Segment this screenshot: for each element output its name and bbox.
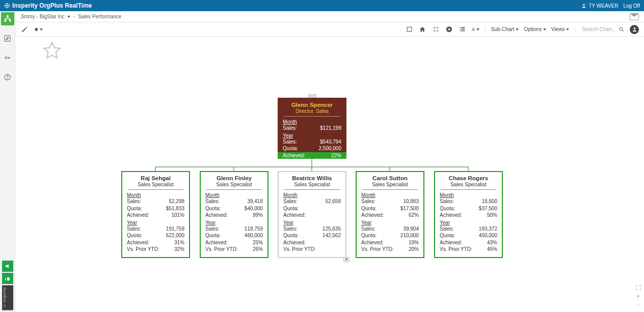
select-button[interactable] (405, 25, 413, 34)
rail-edit[interactable] (1, 32, 14, 45)
chart-canvas[interactable]: Glenn Spencer Director, Sales Month Sale… (15, 37, 644, 312)
mail-icon[interactable] (630, 13, 639, 20)
user-name: TY WEAVER (588, 3, 618, 9)
svg-rect-3 (4, 20, 6, 21)
breadcrumb-context[interactable]: Jimmy - BigStar Inc (20, 14, 70, 19)
val: 19% (409, 239, 419, 246)
val: 52,658 (325, 198, 341, 205)
lbl: Sales: (205, 198, 220, 205)
star-icon[interactable] (41, 40, 63, 62)
rail-orgchart[interactable] (1, 12, 14, 25)
rail-settings[interactable] (1, 51, 14, 64)
svg-rect-24 (461, 31, 465, 32)
chevron-down-icon (516, 29, 519, 31)
svg-rect-25 (473, 28, 474, 29)
breadcrumb-context-label: Jimmy - BigStar Inc (20, 14, 65, 19)
svg-rect-19 (460, 27, 461, 28)
options-label: Options (524, 26, 541, 32)
zoom-out-button[interactable]: － (635, 301, 641, 309)
breadcrumb-page[interactable]: Sales Performance (78, 14, 121, 19)
rail-megaphone[interactable] (2, 261, 13, 272)
val: 622,000 (166, 232, 184, 239)
val: 45% (487, 246, 497, 253)
node-root[interactable]: Glenn Spencer Director, Sales Month Sale… (278, 98, 346, 159)
brand-icon (4, 3, 10, 9)
breadcrumb-row: Jimmy - BigStar Inc › Sales Performance (15, 11, 644, 22)
search-box[interactable] (581, 26, 625, 33)
val: 25% (253, 239, 263, 246)
val: 31% (174, 239, 184, 246)
current-user[interactable]: TY WEAVER (581, 3, 618, 9)
val: 32% (174, 246, 184, 253)
palette-icon (35, 26, 38, 33)
node-child[interactable]: Chase Rogers Sales Specialist Month Sale… (434, 171, 503, 258)
plus-circle-icon (445, 25, 453, 33)
lbl: Vs. Prior YTD: (127, 246, 159, 253)
views-menu[interactable]: Views (551, 26, 570, 32)
val: 101% (171, 212, 184, 219)
lbl: Sales: (283, 198, 298, 205)
chevron-down-icon (40, 29, 43, 31)
logoff-link[interactable]: Log Off (623, 3, 640, 9)
svg-rect-15 (436, 27, 438, 29)
rail-copyright[interactable]: © Insperity (2, 285, 13, 310)
user-icon (632, 26, 637, 32)
svg-rect-17 (436, 30, 438, 32)
add-button[interactable] (445, 25, 453, 34)
tree-button[interactable] (471, 25, 479, 34)
brand-text: Insperity OrgPlus RealTime (12, 2, 92, 9)
lbl: Quota: (205, 232, 221, 239)
lbl: Achieved: (205, 212, 228, 219)
edit-square-icon (4, 35, 11, 42)
lbl: Quota: (440, 232, 455, 239)
expand-down-handle[interactable] (343, 257, 350, 262)
chevron-down-icon (566, 29, 569, 31)
lbl: Vs. Prior YTD: (283, 246, 316, 253)
node-name: Glenn Spencer (283, 102, 341, 108)
node-name: Raj Sehgal (127, 175, 184, 181)
subchart-label: Sub-Chart (491, 26, 515, 32)
top-right: TY WEAVER Log Off (581, 3, 640, 9)
subchart-menu[interactable]: Sub-Chart (491, 26, 519, 32)
val: 125,635 (323, 225, 341, 233)
chevron-down-icon (543, 29, 546, 31)
lbl: Achieved: (283, 152, 305, 159)
list-button[interactable] (458, 25, 466, 34)
lbl: Vs. Prior YTD: (440, 246, 472, 253)
val: 62% (409, 212, 419, 219)
rail-help[interactable] (1, 70, 14, 83)
node-child[interactable]: Carol Sutton Sales Specialist Month Sale… (356, 171, 424, 258)
lbl: Achieved: (361, 239, 384, 246)
search-input[interactable] (581, 26, 616, 33)
section-year: Year (361, 220, 419, 225)
palette-button[interactable] (35, 25, 43, 34)
pencil-button[interactable] (20, 25, 29, 34)
lbl: Quota: (127, 205, 142, 212)
grid-button[interactable] (432, 25, 440, 34)
node-child[interactable]: Raj Sehgal Sales Specialist Month Sales:… (121, 171, 190, 258)
lbl: Quota: (283, 145, 298, 152)
thumb-icon (5, 275, 11, 281)
svg-rect-22 (461, 29, 465, 30)
expand-up-handle[interactable] (308, 94, 316, 98)
lbl: Quota: (361, 232, 377, 239)
lbl: Sales: (283, 138, 297, 146)
node-child-selected[interactable]: Beatrice Willis Sales Specialist Month S… (278, 171, 346, 258)
node-role: Sales Specialist (283, 182, 341, 187)
rail-thumb[interactable] (2, 273, 13, 284)
options-menu[interactable]: Options (524, 26, 546, 32)
val: $37,500 (479, 205, 497, 212)
val: $121,199 (320, 125, 341, 132)
left-rail: © Insperity (0, 11, 15, 312)
profile-button[interactable] (630, 25, 639, 34)
node-role: Sales Specialist (127, 182, 184, 187)
zoom-in-button[interactable]: ＋ (635, 292, 641, 300)
lbl: Quota: (440, 205, 455, 212)
fullscreen-button[interactable]: ⛶ (635, 285, 641, 291)
val: $543,794 (320, 138, 341, 146)
top-bar: Insperity OrgPlus RealTime TY WEAVER Log… (0, 0, 644, 11)
lbl: Sales: (283, 125, 297, 132)
lbl: Vs. Prior YTD: (205, 246, 238, 253)
node-child[interactable]: Glenn Finley Sales Specialist Month Sale… (200, 171, 269, 258)
home-button[interactable] (418, 25, 426, 34)
